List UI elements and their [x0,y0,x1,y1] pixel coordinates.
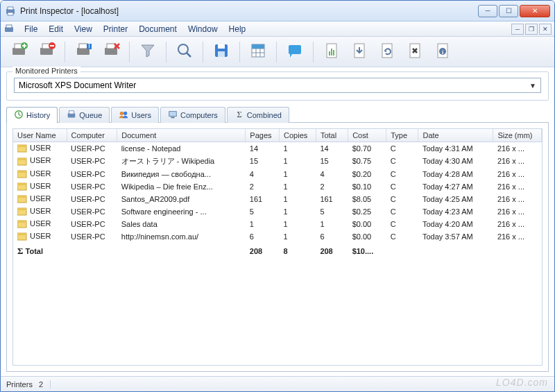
menubar: FileEditViewPrinterDocumentWindowHelp ─ … [1,22,554,37]
tabstrip: HistoryQueueUsersComputersΣCombined [1,106,554,122]
maximize-button[interactable]: ☐ [499,5,518,17]
cell-pages: 15 [246,155,280,168]
sigma-icon: Σ [234,110,244,121]
computer-icon [168,110,178,121]
document-icon [17,144,30,152]
mdi-close-button[interactable]: ✕ [539,24,552,35]
svg-rect-25 [329,51,330,56]
menu-edit[interactable]: Edit [43,23,69,35]
cell-user: USER [30,144,51,152]
table-row[interactable]: USERUSER-PClicense - Notepad14114$0.70CT… [13,142,542,155]
report-button[interactable] [319,40,344,65]
column-header[interactable]: Computer [67,129,117,142]
svg-rect-12 [79,44,87,49]
column-header[interactable]: Cost [348,129,386,142]
menu-window[interactable]: Window [182,23,223,35]
delete-icon [406,42,424,62]
tab-computers[interactable]: Computers [160,107,225,123]
printer-select-value: Microsoft XPS Document Writer [19,80,136,90]
cell-date: Today 4:25 AM [418,193,493,205]
tab-history[interactable]: History [6,107,58,123]
svg-rect-36 [69,111,74,114]
minimize-button[interactable]: ─ [478,5,497,17]
printer-pause-button[interactable] [71,40,96,65]
cell-document: Wikipedia – Die freie Enz... [117,180,246,193]
printer-remove-button[interactable] [34,40,59,65]
svg-rect-4 [6,25,12,28]
tab-combined[interactable]: ΣCombined [227,107,289,123]
info-button[interactable]: i [430,40,455,65]
document-icon [17,156,30,164]
toolbar-separator [276,42,277,62]
chat-button[interactable] [282,40,307,65]
cell-cost: $0.75 [348,155,386,168]
svg-rect-22 [252,44,264,49]
filter-button[interactable] [135,40,160,65]
column-header[interactable]: Size (mm) [493,129,542,142]
mdi-minimize-button[interactable]: ─ [511,24,524,35]
total-label: Total [26,247,43,255]
menu-file[interactable]: File [19,23,43,35]
svg-rect-47 [17,171,26,173]
toolbar-separator [166,42,166,62]
cell-user: USER [30,169,51,178]
refresh-icon [378,42,396,62]
close-button[interactable]: ✕ [520,5,550,17]
table-button[interactable] [246,40,271,65]
column-header[interactable]: Pages [246,129,280,142]
chevron-down-icon: ▼ [529,82,536,90]
menu-help[interactable]: Help [223,23,252,35]
cell-total: 161 [316,193,348,205]
printer-add-button[interactable] [6,40,31,65]
column-header[interactable]: Document [117,129,246,142]
menu-view[interactable]: View [69,23,98,35]
tab-label: Combined [247,111,282,119]
cell-document: Sales data [117,218,246,230]
column-header[interactable]: Type [386,129,418,142]
table-row[interactable]: USERUSER-PCSales data111$0.00CToday 4:20… [13,218,542,230]
info-icon: i [434,42,452,62]
column-header[interactable]: User Name [13,129,67,142]
table-row[interactable]: USERUSER-PCオーストラリア - Wikipedia15115$0.75… [13,155,542,168]
svg-rect-26 [331,49,332,56]
toolbar: i [1,37,554,67]
cell-date: Today 4:31 AM [418,142,493,155]
menu-printer[interactable]: Printer [98,23,133,35]
delete-button[interactable] [402,40,427,65]
svg-rect-55 [17,221,26,223]
cell-type: C [386,218,418,230]
refresh-button[interactable] [375,40,400,65]
cell-cost: $0.10 [348,180,386,193]
document-icon [17,169,30,178]
cell-cost: $0.70 [348,142,386,155]
cell-cost: $0.20 [348,168,386,180]
svg-rect-49 [17,183,26,185]
table-row[interactable]: USERUSER-PCSantos_AR2009.pdf1611161$8.05… [13,193,542,205]
printer-delete-button[interactable] [99,40,123,65]
table-row[interactable]: USERUSER-PCSoftware engineering - ...515… [13,205,542,218]
cell-document: http://ninemsn.com.au/ [117,230,246,243]
download-button[interactable] [347,40,372,65]
column-header[interactable]: Date [418,129,493,142]
clock-icon [14,110,24,121]
svg-rect-14 [89,44,92,49]
document-icon [17,232,30,240]
column-header[interactable]: Total [316,129,348,142]
cell-pages: 1 [246,218,280,230]
search-button[interactable] [172,40,197,65]
table-row[interactable]: USERUSER-PCWikipedia – Die freie Enz...2… [13,180,542,193]
cell-type: C [386,168,418,180]
cell-user: USER [30,232,51,240]
mdi-restore-button[interactable]: ❐ [525,24,538,35]
tab-queue[interactable]: Queue [59,107,110,123]
printer-select[interactable]: Microsoft XPS Document Writer ▼ [14,78,541,93]
table-row[interactable]: USERUSER-PChttp://ninemsn.com.au/616$0.0… [13,230,542,243]
svg-rect-2 [8,12,13,15]
printer-remove-icon [37,42,56,62]
column-header[interactable]: Copies [280,129,316,142]
menu-document[interactable]: Document [133,23,182,35]
cell-size: 216 x ... [493,155,542,168]
tab-users[interactable]: Users [111,107,159,123]
save-button[interactable] [209,40,234,65]
table-row[interactable]: USERUSER-PCВикипедия — свободна...414$0.… [13,168,542,180]
